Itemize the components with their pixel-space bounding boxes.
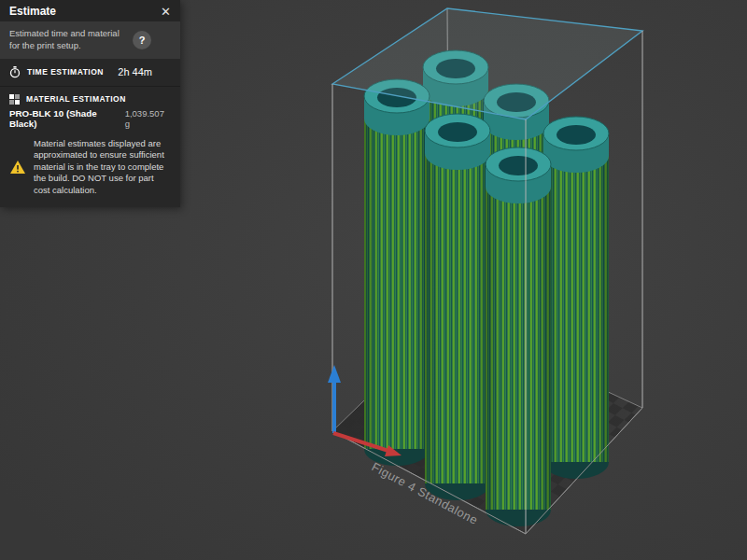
panel-description-row: Estimated time and material for the prin… xyxy=(0,21,180,59)
material-name: PRO-BLK 10 (Shade Black) xyxy=(9,108,125,129)
material-warning-text: Material estimates displayed are approxi… xyxy=(34,138,171,197)
material-estimation-row: MATERIAL ESTIMATION xyxy=(0,87,180,108)
material-estimation-label: MATERIAL ESTIMATION xyxy=(26,94,126,104)
panel-description: Estimated time and material for the prin… xyxy=(9,28,123,52)
material-amount: 1,039.507 g xyxy=(125,108,171,129)
panel-title: Estimate xyxy=(9,5,56,18)
close-icon[interactable]: ✕ xyxy=(161,6,171,18)
cylinder[interactable] xyxy=(486,147,551,526)
warning-icon xyxy=(9,160,26,175)
material-warning-row: Material estimates displayed are approxi… xyxy=(0,136,180,208)
cylinder[interactable] xyxy=(364,79,430,466)
material-grid-icon xyxy=(9,94,20,105)
time-estimation-value: 2h 44m xyxy=(118,66,152,77)
material-detail-row: PRO-BLK 10 (Shade Black) 1,039.507 g xyxy=(0,108,180,136)
panel-header: Estimate ✕ xyxy=(0,0,180,21)
stopwatch-icon xyxy=(9,66,21,78)
time-estimation-row: TIME ESTIMATION 2h 44m xyxy=(0,59,180,87)
time-estimation-label: TIME ESTIMATION xyxy=(27,67,104,77)
cylinder[interactable] xyxy=(543,117,609,479)
help-icon[interactable]: ? xyxy=(133,31,151,49)
cylinder[interactable] xyxy=(425,114,490,500)
estimate-panel: Estimate ✕ Estimated time and material f… xyxy=(0,0,180,207)
